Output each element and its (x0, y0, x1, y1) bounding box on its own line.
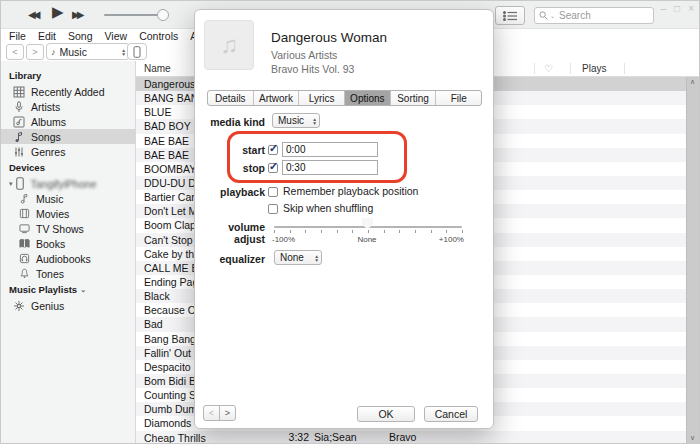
stepper-icon: ▴▾ (315, 254, 318, 262)
sidebar-item-genres[interactable]: Genres (1, 144, 135, 159)
stop-label: stop (195, 162, 265, 174)
fast-forward-icon[interactable]: ▶▶ (72, 9, 81, 20)
vertical-scrollbar[interactable]: ∧ ∨ (686, 77, 699, 443)
tv-icon (19, 223, 30, 234)
skip-shuffle-checkbox[interactable] (268, 204, 278, 214)
sidebar-item-label: Tones (36, 268, 64, 280)
dialog-tabs: Details Artwork Lyrics Options Sorting F… (207, 90, 482, 106)
genres-icon (13, 146, 25, 158)
volume-adjust-scale: -100% None +100% (272, 235, 464, 244)
album-artwork-placeholder: ♫ (204, 20, 254, 70)
minimize-button[interactable]: – (661, 3, 667, 14)
sidebar-item-label: Audiobooks (36, 253, 91, 265)
equalizer-select[interactable]: None ▴▾ (274, 250, 322, 265)
column-header-plays[interactable]: Plays (582, 63, 606, 74)
sidebar-section-library: Library (1, 67, 135, 84)
heart-icon[interactable]: ♡ (544, 63, 553, 74)
tab-options[interactable]: Options (344, 91, 390, 105)
sidebar-item-device-tvshows[interactable]: TV Shows (1, 221, 135, 236)
ok-button[interactable]: OK (357, 406, 415, 422)
sidebar-item-device-tones[interactable]: Tones (1, 266, 135, 281)
menu-controls[interactable]: Controls (139, 30, 178, 42)
music-note-icon: ♪ (51, 47, 56, 57)
remember-position-checkbox[interactable] (268, 187, 278, 197)
tab-artwork[interactable]: Artwork (253, 91, 299, 105)
menu-song[interactable]: Song (68, 30, 93, 42)
maximize-button[interactable]: □ (674, 3, 680, 14)
media-type-value: Music (60, 46, 87, 58)
sidebar-item-device-audiobooks[interactable]: Audiobooks (1, 251, 135, 266)
column-header-name[interactable]: Name (144, 63, 171, 74)
rewind-icon[interactable]: ◀◀ (28, 9, 37, 20)
column-divider (624, 63, 625, 74)
cancel-button[interactable]: Cancel (424, 406, 478, 422)
next-song-button[interactable]: > (219, 405, 236, 421)
dialog-song-title: Dangerous Woman (271, 30, 387, 45)
view-options-button[interactable] (495, 6, 525, 25)
sidebar-item-label: Genius (31, 300, 64, 312)
device-button[interactable] (127, 43, 147, 60)
sidebar-item-albums[interactable]: Albums (1, 114, 135, 129)
scroll-down-icon[interactable]: ∨ (687, 434, 698, 442)
sidebar-item-artists[interactable]: Artists (1, 99, 135, 114)
sidebar-item-songs[interactable]: Songs (1, 129, 135, 144)
volume-slider[interactable] (104, 14, 164, 16)
menu-file[interactable]: File (9, 30, 26, 42)
sidebar-item-device-movies[interactable]: Movies (1, 206, 135, 221)
list-view-icon (503, 11, 518, 21)
forward-button[interactable]: > (26, 44, 44, 60)
tab-sorting[interactable]: Sorting (390, 91, 436, 105)
volume-slider-thumb[interactable] (157, 9, 169, 21)
sidebar-item-label: Songs (31, 131, 61, 143)
audiobook-icon (19, 253, 30, 264)
column-divider (570, 63, 571, 74)
search-scope-chevron-icon[interactable]: ⌄ (550, 12, 555, 19)
previous-song-button[interactable]: < (203, 405, 220, 421)
close-button[interactable]: × (688, 3, 694, 14)
sidebar-item-device[interactable]: ▾ TangifyiPhone (1, 176, 135, 191)
media-kind-label: media kind (195, 116, 265, 128)
check-icon: ✓ (269, 142, 278, 155)
stop-time-field[interactable] (282, 160, 378, 175)
dialog-pager: < > (203, 405, 236, 421)
start-checkbox[interactable]: ✓ (268, 145, 278, 155)
sidebar-item-label: Movies (36, 208, 69, 220)
song-album: Bravo Hits Vol. 93 (389, 431, 416, 444)
microphone-icon (13, 101, 25, 113)
back-button[interactable]: < (6, 44, 24, 60)
book-icon (19, 238, 30, 249)
sidebar-item-device-books[interactable]: Books (1, 236, 135, 251)
column-divider (534, 63, 535, 74)
sidebar-item-recently-added[interactable]: Recently Added (1, 84, 135, 99)
menu-edit[interactable]: Edit (38, 30, 56, 42)
disclosure-triangle-icon[interactable]: ▾ (9, 180, 13, 188)
sidebar: Library Recently Added Artists Albums So… (1, 61, 136, 443)
media-type-selector[interactable]: ♪ Music ▴▾ (46, 43, 130, 60)
stepper-icon: ▴▾ (122, 48, 125, 56)
search-input[interactable] (557, 9, 649, 22)
menu-view[interactable]: View (105, 30, 128, 42)
sidebar-item-label: Music (36, 193, 63, 205)
volume-adjust-ticks (274, 230, 463, 233)
music-note-icon (19, 193, 30, 204)
tab-file[interactable]: File (435, 91, 481, 105)
film-icon (19, 208, 30, 219)
sidebar-section-playlists[interactable]: Music Playlists ⌄ (1, 281, 135, 298)
tab-lyrics[interactable]: Lyrics (298, 91, 344, 105)
check-icon: ✓ (269, 160, 278, 173)
sidebar-item-genius[interactable]: Genius (1, 298, 135, 313)
start-label: start (195, 144, 265, 156)
dialog-song-album: Bravo Hits Vol. 93 (271, 63, 354, 75)
scroll-up-icon[interactable]: ∧ (687, 78, 698, 86)
sidebar-item-label: TV Shows (36, 223, 84, 235)
play-icon[interactable]: ▶ (52, 3, 64, 21)
stepper-icon: ▴▾ (313, 117, 316, 125)
tab-details[interactable]: Details (208, 91, 253, 105)
sidebar-item-label: Recently Added (31, 86, 105, 98)
search-box[interactable]: ⌄ (534, 7, 654, 24)
media-kind-select[interactable]: Music ▴▾ (272, 113, 320, 128)
itunes-window: { "window": {"minimize":"–","maximize":"… (0, 0, 700, 444)
stop-checkbox[interactable]: ✓ (268, 163, 278, 173)
sidebar-item-device-music[interactable]: Music (1, 191, 135, 206)
start-time-field[interactable] (282, 142, 378, 157)
